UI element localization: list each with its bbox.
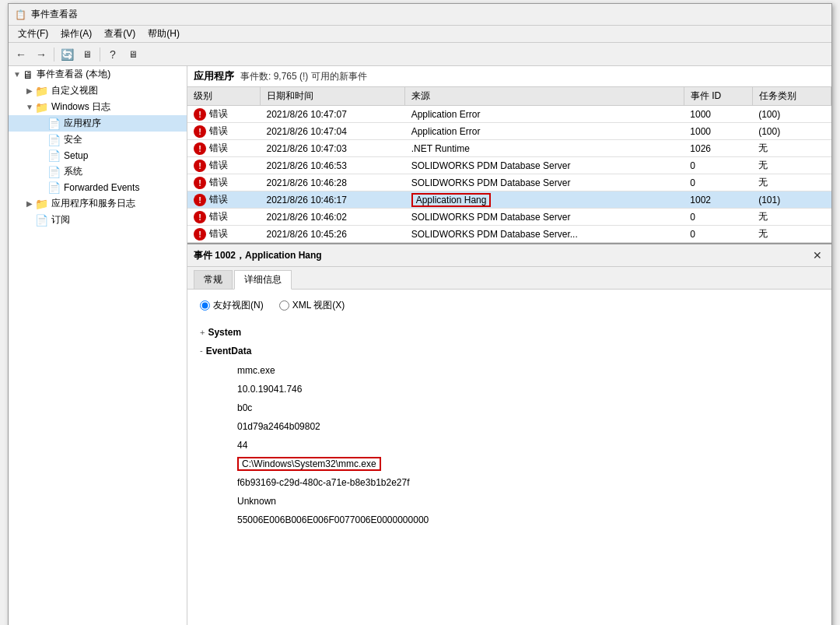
cell-datetime: 2021/8/26 10:47:07 xyxy=(261,106,405,123)
app-log-icon: 📄 xyxy=(47,118,61,130)
cell-source: SOLIDWORKS PDM Database Server... xyxy=(405,226,684,243)
cell-eventid: 1000 xyxy=(684,106,752,123)
cell-task: 无 xyxy=(752,157,831,174)
eventdata-value-item: Unknown xyxy=(237,492,819,511)
col-eventid[interactable]: 事件 ID xyxy=(684,87,752,106)
table-row[interactable]: !错误2021/8/26 10:46:53SOLIDWORKS PDM Data… xyxy=(187,157,831,174)
xml-tree: + System - EventData mmc.exe10.0.19041.7… xyxy=(200,325,819,529)
app-icon: 📋 xyxy=(15,9,26,20)
menu-action[interactable]: 操作(A) xyxy=(54,26,98,42)
table-row[interactable]: !错误2021/8/26 10:45:26SOLIDWORKS PDM Data… xyxy=(187,226,831,243)
sidebar-item-root[interactable]: ▼ 🖥 事件查看器 (本地) xyxy=(9,66,187,83)
event-list-title: 应用程序 xyxy=(194,69,234,83)
table-header-row: 级别 日期和时间 来源 事件 ID 任务类别 xyxy=(187,87,831,106)
radio-friendly[interactable]: 友好视图(N) xyxy=(200,299,264,312)
event-table-container: 级别 日期和时间 来源 事件 ID 任务类别 !错误2021/8/26 10:4… xyxy=(187,87,831,244)
cell-datetime: 2021/8/26 10:45:26 xyxy=(261,226,405,243)
event-list-header: 应用程序 事件数: 9,765 (!) 可用的新事件 xyxy=(187,66,831,87)
sidebar-label-appservices: 应用程序和服务日志 xyxy=(51,197,135,210)
cell-datetime: 2021/8/26 10:47:04 xyxy=(261,123,405,140)
col-source[interactable]: 来源 xyxy=(405,87,684,106)
folder-appservices-icon: 📁 xyxy=(35,198,48,210)
radio-friendly-label: 友好视图(N) xyxy=(213,299,264,312)
tab-details[interactable]: 详细信息 xyxy=(234,270,292,290)
eventdata-section: - EventData xyxy=(200,343,819,360)
sidebar-item-application[interactable]: 📄 应用程序 xyxy=(9,115,187,132)
table-row[interactable]: !错误2021/8/26 10:47:03.NET Runtime1026无 xyxy=(187,140,831,157)
sidebar-label-app: 应用程序 xyxy=(64,117,101,130)
toggle-winlogs: ▼ xyxy=(24,103,35,111)
sidebar-label-winlogs: Windows 日志 xyxy=(51,100,110,114)
root-icon: 🖥 xyxy=(23,68,33,81)
error-badge: ! xyxy=(194,194,206,206)
folder-custom-icon: 📁 xyxy=(35,85,48,97)
toggle-subs xyxy=(24,216,35,224)
table-row[interactable]: !错误2021/8/26 10:46:28SOLIDWORKS PDM Data… xyxy=(187,174,831,191)
setup-log-icon: 📄 xyxy=(47,149,61,162)
back-button[interactable]: ← xyxy=(12,46,30,63)
sidebar-item-system[interactable]: 📄 系统 xyxy=(9,163,187,180)
cell-eventid: 0 xyxy=(684,226,752,243)
cell-datetime: 2021/8/26 10:47:03 xyxy=(261,140,405,157)
cell-source: SOLIDWORKS PDM Database Server xyxy=(405,174,684,191)
properties-button[interactable]: 🖥 xyxy=(124,46,142,63)
cell-level: !错误 xyxy=(187,174,261,191)
radio-xml[interactable]: XML 视图(X) xyxy=(279,299,345,312)
col-level[interactable]: 级别 xyxy=(187,87,261,106)
table-row[interactable]: !错误2021/8/26 10:46:17Application Hang100… xyxy=(187,191,831,209)
table-row[interactable]: !错误2021/8/26 10:46:02SOLIDWORKS PDM Data… xyxy=(187,209,831,226)
toggle-setup xyxy=(37,152,47,160)
sidebar-item-subscriptions[interactable]: 📄 订阅 xyxy=(9,212,187,228)
cell-level: !错误 xyxy=(187,123,261,140)
tab-general[interactable]: 常规 xyxy=(194,270,233,289)
right-panel: 应用程序 事件数: 9,765 (!) 可用的新事件 级别 日期和时间 来源 事… xyxy=(187,66,831,625)
app-window: 📋 事件查看器 文件(F) 操作(A) 查看(V) 帮助(H) ← → 🔄 🖥 … xyxy=(8,3,832,625)
eventdata-value-item: 10.0.19041.746 xyxy=(237,380,819,399)
toolbar-separator-2 xyxy=(100,47,100,61)
col-datetime[interactable]: 日期和时间 xyxy=(261,87,405,106)
window-title: 事件查看器 xyxy=(31,8,78,21)
sidebar-label-subscriptions: 订阅 xyxy=(51,213,70,226)
help-button[interactable]: ? xyxy=(103,46,122,63)
sidebar-item-appservices[interactable]: ▶ 📁 应用程序和服务日志 xyxy=(9,195,187,212)
sidebar-item-setup[interactable]: 📄 Setup xyxy=(9,148,187,163)
radio-xml-input[interactable] xyxy=(279,300,289,311)
menu-file[interactable]: 文件(F) xyxy=(12,26,54,42)
menu-bar: 文件(F) 操作(A) 查看(V) 帮助(H) xyxy=(9,26,831,43)
sidebar-item-security[interactable]: 📄 安全 xyxy=(9,132,187,148)
menu-help[interactable]: 帮助(H) xyxy=(142,26,186,42)
sidebar-item-winlogs[interactable]: ▼ 📁 Windows 日志 xyxy=(9,99,187,115)
event-list-count: 事件数: 9,765 (!) 可用的新事件 xyxy=(240,70,367,83)
sidebar-item-customviews[interactable]: ▶ 📁 自定义视图 xyxy=(9,83,187,99)
cell-source: Application Error xyxy=(405,123,684,140)
radio-friendly-input[interactable] xyxy=(200,300,210,311)
col-task[interactable]: 任务类别 xyxy=(752,87,831,106)
close-button[interactable]: ✕ xyxy=(810,248,825,263)
radio-xml-label: XML 视图(X) xyxy=(292,299,345,312)
table-row[interactable]: !错误2021/8/26 10:47:07Application Error10… xyxy=(187,106,831,123)
system-section: + System xyxy=(200,325,819,342)
table-row[interactable]: !错误2021/8/26 10:47:04Application Error10… xyxy=(187,123,831,140)
eventdata-value-item: 01d79a2464b09802 xyxy=(237,417,819,436)
eventdata-value-item: 44 xyxy=(237,436,819,455)
cell-eventid: 1002 xyxy=(684,191,752,209)
eventdata-value-item: C:\Windows\System32\mmc.exe xyxy=(237,455,819,473)
detail-panel: 事件 1002，Application Hang ✕ 常规 详细信息 友好视图(… xyxy=(187,244,831,625)
error-badge: ! xyxy=(194,228,206,241)
sidebar-label-setup: Setup xyxy=(64,150,88,161)
cell-source: .NET Runtime xyxy=(405,140,684,157)
cell-eventid: 1000 xyxy=(684,123,752,140)
refresh-button[interactable]: 🔄 xyxy=(58,46,76,63)
eventdata-values: mmc.exe10.0.19041.746b0c01d79a2464b09802… xyxy=(237,361,819,529)
system-toggle[interactable]: + xyxy=(200,325,205,341)
cell-level: !错误 xyxy=(187,191,261,209)
forward-button[interactable]: → xyxy=(32,46,51,63)
sidebar-item-forwarded[interactable]: 📄 Forwarded Events xyxy=(9,180,187,195)
cell-task: (101) xyxy=(752,191,831,209)
eventdata-toggle[interactable]: - xyxy=(200,343,203,359)
cell-level: !错误 xyxy=(187,140,261,157)
view-button[interactable]: 🖥 xyxy=(78,46,96,63)
cell-datetime: 2021/8/26 10:46:28 xyxy=(261,174,405,191)
menu-view[interactable]: 查看(V) xyxy=(98,26,142,42)
sidebar-label-root: 事件查看器 (本地) xyxy=(37,68,110,81)
